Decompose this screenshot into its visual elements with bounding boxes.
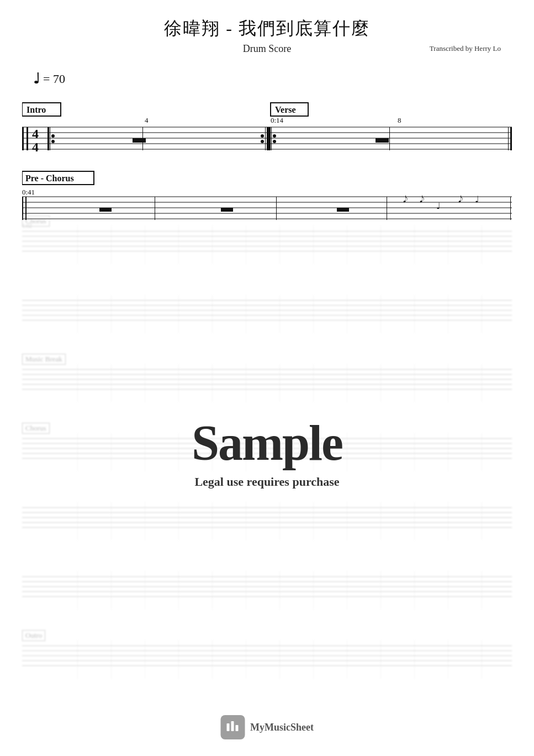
svg-point-27 xyxy=(273,134,276,138)
svg-rect-31 xyxy=(510,127,512,150)
first-staff-wrapper: Intro Verse 4 0:14 8 xyxy=(22,98,512,159)
svg-text:𝅘𝅥𝅮: 𝅘𝅥𝅮 xyxy=(458,195,463,203)
blurred-notes-1 xyxy=(44,225,506,264)
blurred-label-4: Outro xyxy=(22,630,45,641)
blurred-time-1: 1:02 xyxy=(22,223,32,229)
tempo-line: ♩ = 70 xyxy=(33,70,534,87)
svg-rect-57 xyxy=(226,723,229,731)
svg-text:Verse: Verse xyxy=(275,105,296,114)
svg-rect-17 xyxy=(50,127,50,150)
svg-rect-47 xyxy=(337,208,349,212)
svg-rect-54 xyxy=(276,197,277,220)
svg-rect-56 xyxy=(510,197,511,220)
svg-rect-45 xyxy=(99,208,112,212)
svg-point-18 xyxy=(51,134,55,138)
blurred-notes-6 xyxy=(44,571,506,610)
svg-text:4: 4 xyxy=(32,140,39,154)
svg-rect-20 xyxy=(133,138,146,143)
svg-rect-12 xyxy=(22,127,24,150)
blurred-label-2: Music Break xyxy=(22,354,66,365)
svg-text:4: 4 xyxy=(145,116,149,124)
pre-chorus-staff-svg: Pre - Chorus 0:41 𝅘𝅥𝅮 xyxy=(22,170,512,220)
svg-rect-53 xyxy=(155,197,155,220)
blurred-notes-5 xyxy=(44,502,506,540)
svg-text:♩: ♩ xyxy=(475,195,479,204)
svg-rect-33 xyxy=(268,127,269,150)
page: 徐暐翔 - 我們到底算什麼 Drum Score Transcribed by … xyxy=(0,0,534,756)
svg-text:Pre - Chorus: Pre - Chorus xyxy=(25,174,74,183)
blurred-region: Chorus 1:02 xyxy=(0,225,534,681)
blurred-row-3: Music Break xyxy=(22,364,512,405)
blurred-row-6 xyxy=(22,571,512,612)
blurred-row-5 xyxy=(22,502,512,543)
pre-chorus-section: Pre - Chorus 0:41 𝅘𝅥𝅮 xyxy=(22,170,512,220)
svg-point-21 xyxy=(261,134,264,138)
blurred-notes-3 xyxy=(44,364,506,402)
svg-text:0:41: 0:41 xyxy=(22,188,35,196)
sample-overlay: Sample Legal use requires purchase xyxy=(192,418,342,489)
logo-svg xyxy=(225,720,240,734)
svg-text:Intro: Intro xyxy=(27,105,46,114)
svg-rect-16 xyxy=(47,127,49,150)
svg-rect-58 xyxy=(231,721,234,731)
svg-text:0:14: 0:14 xyxy=(271,116,284,124)
svg-rect-24 xyxy=(267,127,268,150)
bottom-logo: MyMusicSheet xyxy=(220,715,314,739)
blurred-notes-2 xyxy=(44,295,506,333)
svg-rect-59 xyxy=(235,725,238,731)
sample-watermark-text: Sample xyxy=(192,418,342,468)
svg-point-28 xyxy=(273,140,276,143)
svg-text:𝅘𝅥𝅮: 𝅘𝅥𝅮 xyxy=(403,195,408,203)
title-chinese: 徐暐翔 - 我們到底算什麼 xyxy=(0,17,534,41)
tempo-value: = 70 xyxy=(43,72,65,86)
svg-rect-30 xyxy=(508,127,509,150)
blurred-row-7: Outro xyxy=(22,640,512,681)
svg-rect-25 xyxy=(269,127,271,150)
svg-text:𝅘𝅥𝅮: 𝅘𝅥𝅮 xyxy=(420,195,424,203)
note-symbol: ♩ xyxy=(33,70,40,87)
svg-rect-32 xyxy=(142,127,143,150)
svg-rect-46 xyxy=(221,208,233,212)
svg-text:♩: ♩ xyxy=(436,201,441,211)
svg-text:8: 8 xyxy=(398,116,401,124)
blurred-label-3: Chorus xyxy=(22,423,50,434)
logo-icon xyxy=(220,715,245,739)
svg-point-19 xyxy=(51,140,55,143)
transcribed-credit: Transcribed by Herry Lo xyxy=(430,44,501,53)
svg-rect-26 xyxy=(271,127,272,150)
svg-point-22 xyxy=(261,140,264,143)
first-staff-svg: Intro Verse 4 0:14 8 xyxy=(22,98,512,159)
svg-rect-23 xyxy=(265,127,266,150)
blurred-row-1: Chorus 1:02 xyxy=(22,225,512,267)
staff-area: Intro Verse 4 0:14 8 xyxy=(22,98,512,220)
svg-text:4: 4 xyxy=(32,127,39,141)
svg-rect-34 xyxy=(389,127,390,150)
svg-rect-55 xyxy=(387,197,387,220)
blurred-notes-7 xyxy=(44,640,506,679)
svg-rect-13 xyxy=(27,127,28,150)
blurred-row-2 xyxy=(22,295,512,336)
sample-legal-text: Legal use requires purchase xyxy=(192,475,342,489)
svg-rect-29 xyxy=(376,138,389,143)
logo-text: MyMusicSheet xyxy=(250,722,314,733)
